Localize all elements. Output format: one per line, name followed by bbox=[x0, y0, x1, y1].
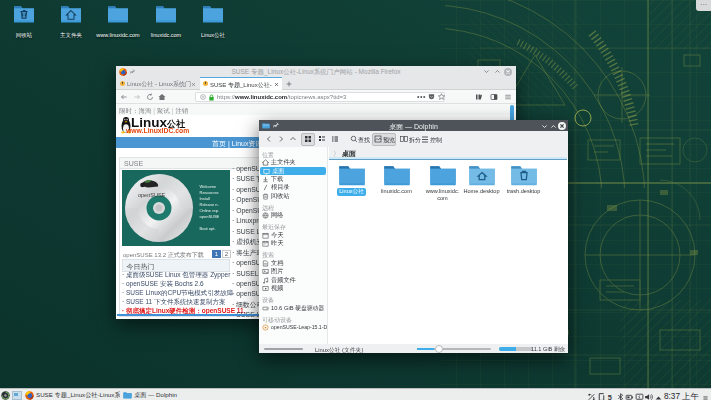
svg-text:5: 5 bbox=[607, 392, 611, 400]
svg-text:openSUSE: openSUSE bbox=[138, 192, 166, 198]
